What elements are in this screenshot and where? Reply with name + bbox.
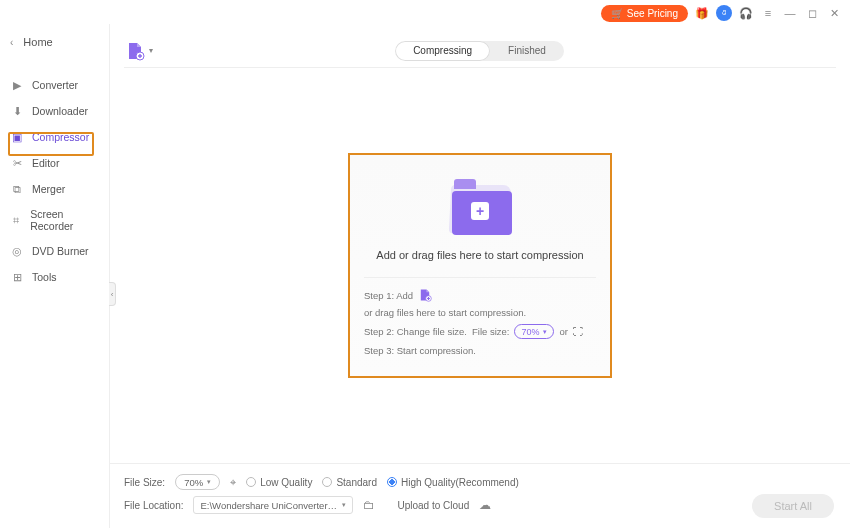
radio-standard[interactable]: Standard	[322, 477, 377, 488]
start-all-label: Start All	[774, 500, 812, 512]
radio-low-quality[interactable]: Low Quality	[246, 477, 312, 488]
step-text: Step 3: Start compression.	[364, 345, 476, 356]
sidebar-item-dvd-burner[interactable]: ◎ DVD Burner	[0, 238, 109, 264]
tools-icon: ⊞	[10, 270, 24, 284]
sidebar-item-label: Tools	[32, 271, 57, 283]
screen-recorder-icon: ⌗	[10, 213, 22, 227]
headset-icon[interactable]: 🎧	[738, 5, 754, 21]
sidebar: ‹ Home ▶ Converter ⬇ Downloader ▣ Compre…	[0, 24, 110, 528]
target-icon[interactable]: ⌖	[230, 476, 236, 489]
see-pricing-button[interactable]: 🛒 See Pricing	[601, 5, 688, 22]
step-text: Step 2: Change file size.	[364, 326, 467, 337]
compressor-icon: ▣	[10, 130, 24, 144]
size-value: 70%	[521, 327, 539, 337]
step-text: Step 1: Add	[364, 290, 413, 301]
sidebar-item-label: Converter	[32, 79, 78, 91]
home-label: Home	[23, 36, 52, 48]
editor-icon: ✂	[10, 156, 24, 170]
tab-finished[interactable]: Finished	[490, 41, 564, 61]
dvd-burner-icon: ◎	[10, 244, 24, 258]
start-all-button[interactable]: Start All	[752, 494, 834, 518]
gift-icon[interactable]: 🎁	[694, 5, 710, 21]
folder-add-icon: +	[450, 185, 510, 233]
minimize-icon[interactable]: —	[782, 5, 798, 21]
sidebar-item-merger[interactable]: ⧉ Merger	[0, 176, 109, 202]
cloud-icon[interactable]: ☁	[479, 498, 491, 512]
dropzone-title: Add or drag files here to start compress…	[364, 249, 596, 261]
see-pricing-label: See Pricing	[627, 8, 678, 19]
radio-high-quality[interactable]: High Quality(Recommend)	[387, 477, 519, 488]
file-add-icon	[125, 41, 145, 61]
sidebar-item-label: Merger	[32, 183, 65, 195]
step-1: Step 1: Add or drag files here to start …	[364, 288, 596, 318]
step-3: Step 3: Start compression.	[364, 345, 596, 356]
cart-icon: 🛒	[611, 8, 623, 19]
open-folder-icon[interactable]: 🗀	[363, 498, 375, 512]
settings-icon[interactable]: ⛶	[573, 326, 583, 337]
converter-icon: ▶	[10, 78, 24, 92]
size-pill[interactable]: 70%	[514, 324, 554, 339]
sidebar-item-compressor[interactable]: ▣ Compressor	[0, 124, 109, 150]
divider	[364, 277, 596, 278]
tab-segment: Compressing Finished	[395, 41, 564, 61]
location-value: E:\Wondershare UniConverter 13	[200, 500, 338, 511]
home-button[interactable]: ‹ Home	[0, 30, 109, 54]
title-bar: 🛒 See Pricing 🎁 ߷ 🎧 ≡ — ◻ ✕	[0, 0, 850, 24]
location-label: File Location:	[124, 500, 183, 511]
downloader-icon: ⬇	[10, 104, 24, 118]
radio-dot	[387, 477, 397, 487]
step-text: or	[559, 326, 567, 337]
step-text: or drag files here to start compression.	[364, 307, 526, 318]
upload-label: Upload to Cloud	[397, 500, 469, 511]
sidebar-item-label: Editor	[32, 157, 59, 169]
sidebar-item-label: Downloader	[32, 105, 88, 117]
tab-label: Finished	[508, 45, 546, 56]
drop-zone[interactable]: + Add or drag files here to start compre…	[348, 153, 612, 378]
add-file-button[interactable]	[124, 40, 146, 62]
file-add-icon	[418, 288, 432, 302]
chevron-down-icon[interactable]: ▾	[149, 46, 153, 55]
tab-compressing[interactable]: Compressing	[395, 41, 490, 61]
maximize-icon[interactable]: ◻	[804, 5, 820, 21]
radio-label: High Quality(Recommend)	[401, 477, 519, 488]
radio-dot	[246, 477, 256, 487]
tab-label: Compressing	[413, 45, 472, 56]
sidebar-item-screen-recorder[interactable]: ⌗ Screen Recorder	[0, 202, 109, 238]
sidebar-item-label: Screen Recorder	[30, 208, 99, 232]
filesize-dropdown[interactable]: 70%	[175, 474, 220, 490]
sidebar-item-label: Compressor	[32, 131, 89, 143]
menu-icon[interactable]: ≡	[760, 5, 776, 21]
chevron-left-icon: ‹	[10, 37, 13, 48]
filesize-label: File Size:	[124, 477, 165, 488]
sidebar-item-converter[interactable]: ▶ Converter	[0, 72, 109, 98]
sidebar-item-label: DVD Burner	[32, 245, 89, 257]
sidebar-item-tools[interactable]: ⊞ Tools	[0, 264, 109, 290]
step-2: Step 2: Change file size. File size: 70%…	[364, 324, 596, 339]
location-dropdown[interactable]: E:\Wondershare UniConverter 13	[193, 496, 353, 514]
step-text: File size:	[472, 326, 509, 337]
filesize-value: 70%	[184, 477, 203, 488]
sidebar-item-editor[interactable]: ✂ Editor	[0, 150, 109, 176]
sidebar-item-downloader[interactable]: ⬇ Downloader	[0, 98, 109, 124]
account-icon[interactable]: ߷	[716, 5, 732, 21]
main-panel: ▾ Compressing Finished + Add or drag fil…	[110, 24, 850, 528]
radio-label: Standard	[336, 477, 377, 488]
merger-icon: ⧉	[10, 182, 24, 196]
radio-label: Low Quality	[260, 477, 312, 488]
radio-dot	[322, 477, 332, 487]
bottom-bar: File Size: 70% ⌖ Low Quality Standard Hi…	[110, 463, 850, 528]
close-icon[interactable]: ✕	[826, 5, 842, 21]
